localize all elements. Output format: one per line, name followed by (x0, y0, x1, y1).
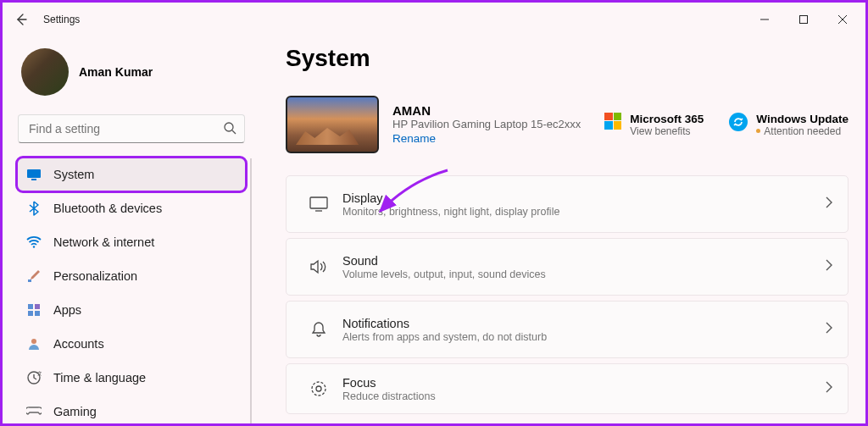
svg-point-18 (316, 386, 321, 391)
svg-point-6 (33, 246, 35, 247)
nav-label: System (53, 168, 94, 181)
search-input[interactable] (18, 114, 245, 143)
minimize-button[interactable] (745, 4, 784, 35)
svg-point-17 (312, 382, 326, 396)
tile-title: Microsoft 365 (630, 113, 704, 125)
svg-rect-1 (800, 16, 808, 24)
nav-list: System Bluetooth & devices Network & int… (18, 158, 245, 426)
nav-personalization[interactable]: Personalization (18, 260, 245, 292)
nav-system[interactable]: System (18, 158, 245, 191)
svg-rect-7 (28, 279, 31, 282)
user-card[interactable]: Aman Kumar (18, 36, 245, 114)
row-sub: Alerts from apps and system, do not dist… (342, 331, 826, 343)
row-sound[interactable]: Sound Volume levels, output, input, soun… (286, 238, 849, 296)
svg-rect-10 (28, 311, 33, 316)
titlebar: Settings (3, 3, 865, 36)
chevron-right-icon (826, 196, 832, 212)
row-title: Display (342, 191, 826, 205)
microsoft-logo-icon (604, 113, 621, 130)
nav-network[interactable]: Network & internet (18, 226, 245, 258)
user-name: Aman Kumar (79, 65, 153, 79)
chevron-right-icon (826, 381, 832, 396)
maximize-button[interactable] (784, 4, 823, 35)
nav-label: Bluetooth & devices (53, 202, 162, 215)
row-focus[interactable]: Focus Reduce distractions (286, 363, 849, 414)
svg-rect-15 (310, 197, 327, 208)
search-box[interactable] (18, 114, 245, 143)
svg-rect-8 (28, 304, 33, 309)
nav-label: Network & internet (53, 235, 154, 249)
chevron-right-icon (826, 259, 832, 274)
svg-line-3 (232, 130, 236, 134)
page-heading: System (286, 45, 849, 72)
gaming-icon (26, 404, 42, 419)
svg-text:文: 文 (37, 370, 42, 376)
row-sub: Monitors, brightness, night light, displ… (342, 206, 826, 218)
settings-list: Display Monitors, brightness, night ligh… (286, 175, 849, 414)
desktop-thumbnail (286, 96, 379, 153)
sidebar: Aman Kumar System Bluetooth & devices Ne… (3, 36, 257, 423)
avatar (21, 48, 69, 96)
row-notifications[interactable]: Notifications Alerts from apps and syste… (286, 301, 849, 358)
row-sub: Reduce distractions (342, 390, 826, 402)
sidebar-scrollbar[interactable] (250, 158, 252, 426)
nav-label: Time & language (53, 371, 146, 385)
svg-rect-9 (35, 304, 40, 309)
bell-icon (302, 321, 336, 338)
row-title: Focus (342, 376, 826, 390)
nav-gaming[interactable]: Gaming (18, 396, 245, 426)
nav-label: Apps (53, 303, 81, 317)
nav-accounts[interactable]: Accounts (18, 328, 245, 360)
wifi-icon (26, 235, 42, 250)
clock-icon: 文 (26, 370, 42, 385)
window-title: Settings (43, 14, 80, 25)
svg-point-2 (225, 123, 233, 131)
device-row: AMAN HP Pavilion Gaming Laptop 15-ec2xxx… (286, 96, 849, 153)
nav-label: Gaming (53, 405, 97, 418)
account-icon (26, 336, 42, 351)
row-display[interactable]: Display Monitors, brightness, night ligh… (286, 175, 849, 233)
nav-time[interactable]: 文 Time & language (18, 362, 245, 394)
focus-icon (302, 380, 336, 397)
device-name: AMAN (392, 103, 581, 118)
apps-icon (26, 302, 42, 318)
rename-link[interactable]: Rename (392, 132, 436, 145)
row-title: Notifications (342, 317, 826, 330)
svg-rect-4 (27, 169, 41, 178)
row-title: Sound (342, 254, 826, 268)
sound-icon (302, 259, 336, 274)
update-icon (729, 113, 748, 131)
svg-rect-11 (35, 311, 40, 316)
row-sub: Volume levels, output, input, sound devi… (342, 268, 826, 280)
chevron-right-icon (826, 322, 832, 337)
svg-point-12 (31, 339, 36, 344)
brush-icon (26, 268, 42, 284)
svg-rect-5 (31, 179, 36, 180)
nav-apps[interactable]: Apps (18, 294, 245, 326)
windows-update-tile[interactable]: Windows Update Attention needed (729, 113, 849, 137)
nav-label: Personalization (53, 269, 137, 283)
tile-sub: Attention needed (756, 125, 849, 137)
back-button[interactable] (6, 4, 36, 35)
tile-title: Windows Update (756, 113, 849, 125)
search-icon (223, 121, 236, 138)
nav-bluetooth[interactable]: Bluetooth & devices (18, 192, 245, 224)
display-icon (26, 167, 42, 182)
bluetooth-icon (26, 201, 42, 216)
display-icon (302, 196, 336, 212)
ms365-tile[interactable]: Microsoft 365 View benefits (604, 113, 704, 137)
window-controls (745, 4, 862, 35)
nav-label: Accounts (53, 337, 104, 351)
close-button[interactable] (823, 4, 862, 35)
tile-sub: View benefits (630, 125, 704, 137)
device-model: HP Pavilion Gaming Laptop 15-ec2xxx (392, 118, 581, 130)
main-panel: System AMAN HP Pavilion Gaming Laptop 15… (257, 36, 865, 423)
